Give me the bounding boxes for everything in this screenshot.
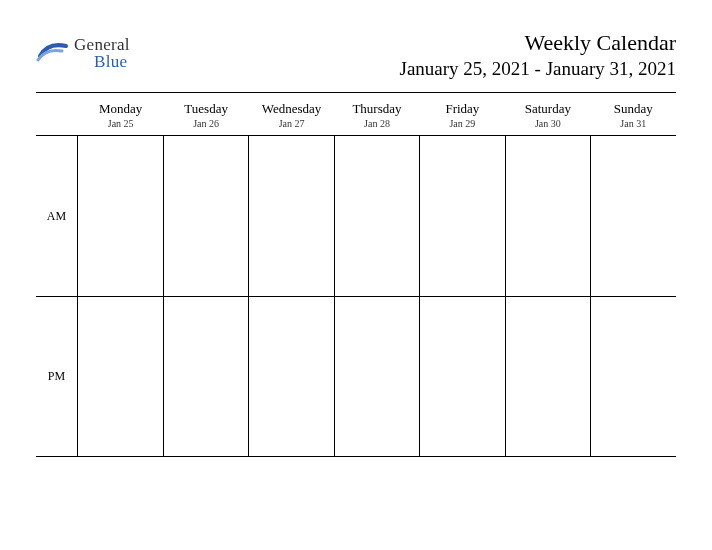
- calendar-cell: [591, 297, 676, 456]
- day-date: Jan 25: [78, 118, 163, 129]
- logo-line2: Blue: [94, 53, 130, 70]
- calendar-cell: [164, 136, 250, 296]
- logo-text: General Blue: [74, 36, 130, 70]
- day-date: Jan 29: [420, 118, 505, 129]
- day-name: Monday: [78, 101, 163, 117]
- day-header: Friday Jan 29: [420, 99, 505, 135]
- day-name: Thursday: [334, 101, 419, 117]
- day-date: Jan 26: [163, 118, 248, 129]
- calendar-cell: [78, 297, 164, 456]
- day-name: Saturday: [505, 101, 590, 117]
- day-header: Wednesday Jan 27: [249, 99, 334, 135]
- logo-line1: General: [74, 36, 130, 53]
- calendar-cell: [420, 136, 506, 296]
- day-name: Sunday: [591, 101, 676, 117]
- calendar-row-pm: PM: [36, 296, 676, 456]
- period-label: AM: [36, 136, 78, 296]
- logo: General Blue: [36, 36, 130, 70]
- header: General Blue Weekly Calendar January 25,…: [36, 30, 676, 80]
- divider: [36, 92, 676, 93]
- day-name: Tuesday: [163, 101, 248, 117]
- calendar-grid: Monday Jan 25 Tuesday Jan 26 Wednesday J…: [36, 99, 676, 457]
- day-header: Sunday Jan 31: [591, 99, 676, 135]
- day-date: Jan 28: [334, 118, 419, 129]
- calendar-cell: [591, 136, 676, 296]
- calendar-cell: [249, 136, 335, 296]
- calendar-cell: [420, 297, 506, 456]
- day-header: Saturday Jan 30: [505, 99, 590, 135]
- calendar-cell: [506, 136, 592, 296]
- calendar-cell: [335, 297, 421, 456]
- period-col-spacer: [36, 99, 78, 135]
- day-name: Wednesday: [249, 101, 334, 117]
- calendar-cell: [249, 297, 335, 456]
- calendar-row-am: AM: [36, 136, 676, 296]
- day-header: Thursday Jan 28: [334, 99, 419, 135]
- calendar-cell: [335, 136, 421, 296]
- calendar-cell: [164, 297, 250, 456]
- day-headers-row: Monday Jan 25 Tuesday Jan 26 Wednesday J…: [36, 99, 676, 135]
- logo-swoosh-icon: [36, 36, 70, 70]
- title-block: Weekly Calendar January 25, 2021 - Janua…: [399, 30, 676, 80]
- calendar-cell: [506, 297, 592, 456]
- page-title: Weekly Calendar: [399, 30, 676, 56]
- period-label: PM: [36, 297, 78, 456]
- day-date: Jan 31: [591, 118, 676, 129]
- page-subtitle: January 25, 2021 - January 31, 2021: [399, 58, 676, 80]
- calendar-rows: AM PM: [36, 135, 676, 457]
- day-header: Tuesday Jan 26: [163, 99, 248, 135]
- day-header: Monday Jan 25: [78, 99, 163, 135]
- calendar-cell: [78, 136, 164, 296]
- day-date: Jan 30: [505, 118, 590, 129]
- day-date: Jan 27: [249, 118, 334, 129]
- day-name: Friday: [420, 101, 505, 117]
